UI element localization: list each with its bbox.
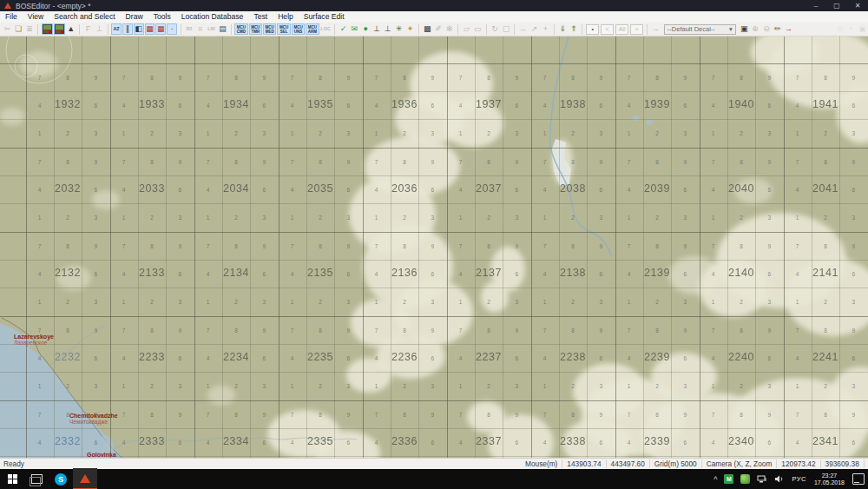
- minimize-button[interactable]: –: [806, 0, 826, 11]
- spray-icon[interactable]: ✐: [433, 23, 444, 35]
- step-all-button[interactable]: All: [615, 24, 628, 35]
- notification-center-button[interactable]: [852, 473, 865, 485]
- mcu-tmr-filter[interactable]: MCUTMR: [249, 23, 262, 35]
- language-indicator[interactable]: РУС: [792, 475, 806, 483]
- arrow-1-icon[interactable]: →: [518, 23, 529, 35]
- terrain-brush-2[interactable]: [54, 23, 65, 35]
- r2-tool-icon[interactable]: R2: [184, 23, 194, 35]
- menu-item-test[interactable]: Test: [248, 11, 273, 23]
- faint-zoom-icon[interactable]: ◎: [835, 23, 845, 35]
- tray-green-m-icon[interactable]: M: [724, 474, 733, 484]
- menu-item-draw[interactable]: Draw: [121, 11, 148, 23]
- rails-icon[interactable]: ∥: [122, 23, 133, 35]
- windows-logo-icon: [8, 474, 17, 484]
- lib-button[interactable]: LIB: [207, 23, 217, 35]
- key-icon[interactable]: ✦: [405, 23, 416, 35]
- task-view-button[interactable]: [24, 469, 49, 489]
- decal-apply-icon[interactable]: →: [784, 23, 794, 35]
- ground-b-icon[interactable]: ⊥: [383, 23, 393, 35]
- resize-icon[interactable]: ▢: [501, 23, 511, 35]
- export-icon[interactable]: ⇑: [569, 23, 579, 35]
- cut-icon[interactable]: ✂: [3, 23, 13, 35]
- select-region-icon[interactable]: ▱: [462, 23, 472, 35]
- mcu-med-filter[interactable]: MCUMED: [263, 23, 276, 35]
- mcu-arm-filter[interactable]: MCUARM: [306, 23, 319, 35]
- toolbar-separator: [108, 24, 108, 35]
- start-button[interactable]: [0, 469, 24, 489]
- status-field-0: Mouse(m): [521, 459, 562, 468]
- select-image-icon[interactable]: ▭: [472, 23, 483, 35]
- menu-item-surface-edit[interactable]: Surface Edit: [299, 11, 350, 23]
- taskbar-clock[interactable]: 23:27 17.05.2018: [814, 472, 845, 486]
- menu-item-view[interactable]: View: [23, 11, 49, 23]
- move-cross-icon[interactable]: +: [540, 23, 550, 35]
- chevron-down-icon: ▾: [729, 25, 733, 33]
- mcu-sel-filter[interactable]: MCUSEL: [277, 23, 290, 35]
- app-logo-icon: [4, 3, 11, 9]
- menu-item-help[interactable]: Help: [273, 11, 299, 23]
- mail-icon[interactable]: ✉: [349, 23, 359, 35]
- system-tray: ^ M РУС 23:27 17.05.2018: [710, 469, 868, 489]
- toolbar-separator: [181, 24, 181, 35]
- toolbar-separator: [231, 24, 232, 35]
- wand-icon[interactable]: ✻: [444, 23, 455, 35]
- skype-icon: S: [55, 473, 67, 486]
- maximize-button[interactable]: ▢: [826, 0, 847, 11]
- sort-az-icon[interactable]: AZ: [111, 23, 122, 35]
- bos-editor-taskbar-button[interactable]: [73, 468, 97, 489]
- panel-icon[interactable]: ◧: [134, 23, 144, 35]
- decal-add-icon[interactable]: ⊕: [750, 23, 760, 35]
- ground-tool-icon[interactable]: ⊥: [94, 23, 104, 35]
- arrow-2-icon[interactable]: ↗: [529, 23, 540, 35]
- decal-remove-icon[interactable]: ⊖: [761, 23, 772, 35]
- terrain-brush-1[interactable]: [42, 23, 53, 35]
- tree-icon[interactable]: ✳: [394, 23, 404, 35]
- dot-icon[interactable]: ●: [360, 23, 371, 35]
- loc-button[interactable]: LOC: [320, 23, 332, 35]
- faint-gear-icon[interactable]: +: [846, 23, 857, 35]
- network-icon[interactable]: [757, 474, 767, 484]
- font-tool-icon[interactable]: F: [83, 23, 94, 35]
- step-dot-button[interactable]: •: [586, 24, 599, 35]
- skype-taskbar-button[interactable]: S: [49, 469, 73, 489]
- step-end-icon[interactable]: →: [651, 23, 661, 35]
- toolbar-separator: [334, 24, 335, 35]
- speaker-icon[interactable]: [774, 474, 785, 484]
- tray-leaf-icon[interactable]: [740, 474, 750, 484]
- rotate-icon[interactable]: ↻: [490, 23, 500, 35]
- pin-toggle-icon[interactable]: ·: [167, 23, 177, 35]
- copy-icon[interactable]: ❏: [13, 23, 23, 35]
- mcu-uns-filter[interactable]: MCUUNS: [292, 23, 305, 35]
- ground-a-icon[interactable]: ⊥: [372, 23, 382, 35]
- red-table-1-icon[interactable]: ▦: [145, 23, 155, 35]
- red-table-2-icon[interactable]: ▦: [155, 23, 166, 35]
- title-bar: BOSEditor - <empty> * – ▢ ✕: [0, 0, 868, 11]
- mcu-cmd-filter[interactable]: MCUCMD: [234, 23, 247, 35]
- decal-edit-icon[interactable]: ✏: [773, 23, 783, 35]
- faint-window-icon[interactable]: ▣: [858, 23, 868, 35]
- checker-icon[interactable]: ▩: [422, 23, 432, 35]
- check-icon[interactable]: ✓: [339, 23, 349, 35]
- menu-item-location-database[interactable]: Location Database: [176, 11, 249, 23]
- decal-dropdown[interactable]: --Default Decal--▾: [664, 24, 736, 35]
- clock-date: 17.05.2018: [814, 479, 845, 486]
- map-viewport[interactable]: 1932789461231933789461231934789461231935…: [0, 36, 868, 458]
- terrain-stamp-icon[interactable]: ▲: [66, 23, 76, 35]
- step-next-button[interactable]: >: [630, 24, 643, 35]
- menu-item-file[interactable]: File: [0, 11, 23, 23]
- tray-expand-chevron-icon[interactable]: ^: [713, 475, 717, 484]
- align-icon[interactable]: ≡: [195, 23, 206, 35]
- clock-time: 23:27: [814, 472, 845, 479]
- print-icon[interactable]: ▤: [217, 23, 227, 35]
- paste-list-icon[interactable]: ≣: [24, 23, 35, 35]
- step-prev-button[interactable]: <: [601, 24, 614, 35]
- menu-item-search-and-select[interactable]: Search and Select: [49, 11, 120, 23]
- decal-image-icon[interactable]: ▣: [739, 23, 749, 35]
- close-button[interactable]: ✕: [847, 0, 868, 11]
- river: [50, 325, 106, 365]
- toolbar-separator: [514, 24, 515, 35]
- taskbar: S ^ M РУС 23:27 17.05.2018: [0, 469, 868, 489]
- status-field-4: Camera (X, Z, Zoom: [701, 459, 777, 468]
- menu-item-tools[interactable]: Tools: [148, 11, 176, 23]
- import-icon[interactable]: ⇓: [557, 23, 568, 35]
